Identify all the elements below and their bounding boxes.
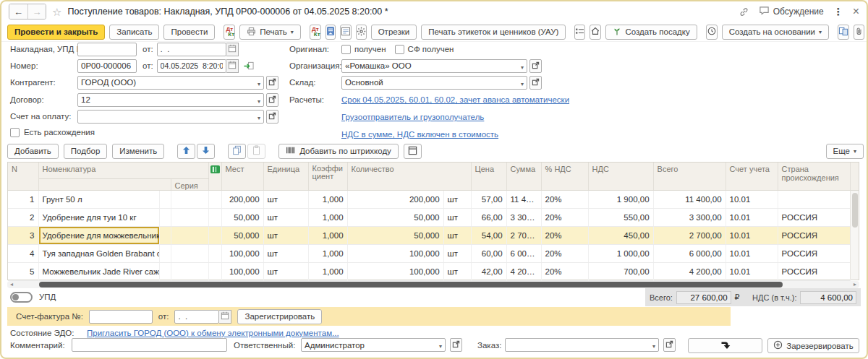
cell-country[interactable]: РОССИЯ (778, 226, 850, 244)
warehouse-input[interactable]: Основной▾ (341, 76, 527, 90)
edo-invite-link[interactable]: Пригласить ГОРОД (ООО) к обмену электрон… (87, 329, 339, 337)
discussion-button[interactable]: Обсуждение (759, 5, 824, 18)
post-and-close-button[interactable]: Провести и закрыть (7, 25, 105, 40)
horizontal-scrollbar-thumb[interactable] (39, 282, 783, 287)
header-total[interactable]: Всего (653, 163, 726, 190)
cell-n[interactable]: 1 (8, 190, 38, 208)
table-view-button[interactable] (404, 144, 422, 159)
vertical-scrollbar[interactable] (850, 163, 859, 280)
create-planting-button[interactable]: Создать посадку (605, 25, 697, 40)
cell-quantity[interactable]: 50,000 (347, 208, 443, 226)
open-button[interactable] (529, 59, 542, 73)
cell-n[interactable]: 5 (8, 262, 38, 280)
cell-coefficient[interactable]: 1,000 (308, 262, 347, 280)
favorites-star-icon[interactable]: ☆ (52, 7, 61, 17)
cell-vat[interactable]: 700,00 (588, 262, 653, 280)
cell-vat[interactable]: 550,00 (588, 208, 653, 226)
header-nomenclature[interactable]: Номенклатура (38, 163, 208, 178)
invoice-document-button[interactable] (340, 25, 352, 40)
structure-button[interactable] (574, 25, 585, 40)
payment-invoice-input[interactable]: ▾ (77, 110, 264, 124)
open-button[interactable] (266, 93, 278, 107)
header-vat-rate[interactable]: % НДС (541, 163, 588, 190)
responsible-input[interactable]: Администратор▾ (301, 338, 446, 352)
cell-total[interactable]: 4 200,00 (653, 262, 726, 280)
cell-account[interactable]: 10.01 (726, 190, 778, 208)
history-clock-button[interactable] (706, 25, 718, 40)
cell-places[interactable]: 100,000 (221, 262, 263, 280)
cell-country[interactable]: РОССИЯ (778, 262, 850, 280)
cell-country[interactable]: РОССИЯ (778, 244, 850, 262)
document-date-input[interactable]: 04.05.2025 8:20:00 (157, 59, 226, 73)
cell-series[interactable] (171, 208, 208, 226)
cargo-link[interactable]: Грузоотправитель и грузополучатель (341, 113, 484, 121)
forward-button[interactable]: → (27, 4, 46, 19)
cell-quantity-unit[interactable]: шт (443, 262, 471, 280)
vat-link[interactable]: НДС в сумме, НДС включен в стоимость (341, 130, 498, 139)
table-row[interactable]: 1Грунт 50 л200,000шт1,000200,000шт57,001… (8, 190, 850, 208)
combo-arrow-icon[interactable]: ▾ (521, 81, 524, 87)
combo-arrow-icon[interactable]: ▾ (258, 115, 260, 121)
print-button[interactable]: Печать▾ (239, 25, 301, 40)
cell-series[interactable] (171, 190, 208, 208)
cell-price[interactable]: 66,00 (471, 208, 506, 226)
create-based-on-button[interactable]: Создать на основании▾ (722, 25, 829, 40)
cell-total[interactable]: 3 300,00 (653, 208, 726, 226)
cell-empty[interactable] (159, 262, 171, 280)
postings-dtkt-button[interactable]: ДтКт (224, 25, 235, 40)
cell-nomenclature[interactable]: Грунт 50 л (38, 190, 159, 208)
cell-n[interactable]: 4 (8, 244, 38, 262)
cell-unit[interactable]: шт (263, 226, 308, 244)
header-unit[interactable]: Единица (263, 163, 308, 190)
related-documents-button[interactable] (838, 25, 849, 40)
discrepancies-checkbox[interactable] (10, 128, 20, 137)
move-up-button[interactable] (177, 144, 195, 159)
cell-places[interactable]: 100,000 (221, 244, 263, 262)
cell-price[interactable]: 60,00 (471, 244, 506, 262)
attachments-button[interactable] (854, 25, 864, 40)
header-marker[interactable] (208, 163, 221, 190)
counterparty-input[interactable]: ГОРОД (ООО)▾ (77, 76, 264, 90)
header-places[interactable]: Мест (221, 163, 263, 190)
pick-button[interactable]: Подбор (64, 144, 108, 159)
cell-unit[interactable]: шт (263, 208, 308, 226)
cell-account[interactable]: 10.01 (726, 262, 778, 280)
cell-series[interactable] (171, 262, 208, 280)
cell-quantity-unit[interactable]: шт (443, 190, 471, 208)
calendar-button[interactable] (226, 59, 239, 73)
home-button[interactable] (590, 25, 601, 40)
menu-dots-icon[interactable]: ⋮ (833, 6, 843, 17)
header-price[interactable]: Цена (471, 163, 506, 190)
calendar-button[interactable] (219, 310, 231, 324)
copy-row-button[interactable] (228, 144, 246, 159)
close-icon[interactable]: × (853, 7, 859, 17)
transfer-button[interactable] (688, 338, 762, 353)
back-button[interactable]: ← (9, 4, 27, 19)
cell-country[interactable] (778, 190, 850, 208)
header-coefficient[interactable]: Коэффициент (308, 163, 347, 190)
header-n[interactable]: N (8, 163, 38, 190)
table-row[interactable]: 2Удобрение для туи 10 кг50,000шт1,00050,… (8, 208, 850, 226)
cell-total[interactable]: 11 400,00 (653, 190, 726, 208)
open-button[interactable] (663, 338, 676, 352)
table-row[interactable]: 3Удобрение для можжевельника 10 кг50,000… (8, 226, 850, 244)
edo-document-button[interactable] (326, 25, 336, 40)
cell-n[interactable]: 2 (8, 208, 38, 226)
write-button[interactable]: Записать (109, 25, 159, 40)
cell-vat[interactable]: 1 000,00 (588, 244, 653, 262)
cell-price[interactable]: 57,00 (471, 190, 506, 208)
cell-coefficient[interactable]: 1,000 (308, 208, 347, 226)
cell-amount[interactable]: 11 400,00 (506, 190, 541, 208)
open-button[interactable] (266, 110, 278, 124)
cell-series[interactable] (171, 244, 208, 262)
reserve-button[interactable]: Зарезервировать (767, 338, 859, 353)
header-account[interactable]: Счет учета (726, 163, 778, 190)
open-button[interactable] (266, 76, 278, 90)
cell-country[interactable]: РОССИЯ (778, 208, 850, 226)
table-more-button[interactable]: Еще▾ (826, 144, 864, 159)
cell-price[interactable]: 54,00 (471, 226, 506, 244)
cell-quantity[interactable]: 100,000 (347, 262, 443, 280)
cell-quantity-unit[interactable]: шт (443, 208, 471, 226)
invoice-number-input[interactable] (89, 310, 153, 324)
scroll-left-icon[interactable]: ◂ (7, 281, 16, 288)
